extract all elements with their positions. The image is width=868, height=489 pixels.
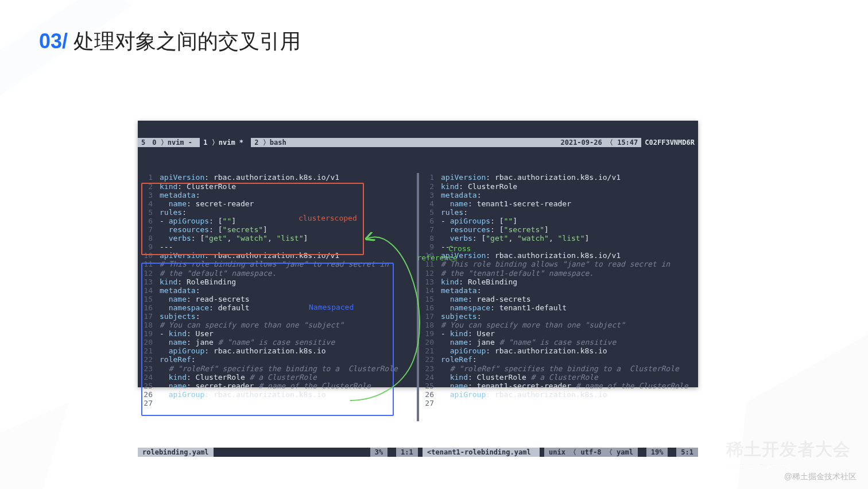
line-number: 21 — [138, 346, 153, 355]
line-number: 20 — [138, 338, 153, 346]
code-line: verbs: ["get", "watch", "list"] — [441, 234, 696, 242]
line-number: 8 — [419, 234, 434, 242]
line-number: 13 — [419, 278, 434, 286]
line-number: 26 — [138, 390, 153, 399]
code-line: metadata: — [160, 286, 414, 295]
code-line: - kind: User — [441, 329, 696, 338]
code-line: roleRef: — [160, 355, 414, 364]
code-line: name: tenant1-secret-reader # name of th… — [441, 382, 696, 390]
section-number: 03/ — [39, 29, 68, 53]
line-number: 19 — [419, 329, 434, 338]
line-number: 2 — [419, 182, 434, 191]
line-number: 17 — [138, 312, 153, 321]
status-left-file: rolebinding.yaml — [138, 448, 214, 457]
session-index: 5 — [138, 138, 149, 147]
line-number: 1 — [138, 173, 153, 182]
line-number: 15 — [138, 295, 153, 303]
code-line: apiVersion: rbac.authorization.k8s.io/v1 — [160, 251, 414, 260]
code-line: kind: ClusterRole — [441, 182, 696, 191]
status-right-file: <tenant1-rolebinding.yaml — [423, 448, 540, 457]
code-line: # This role binding allows "jane" to rea… — [441, 260, 696, 268]
line-number: 22 — [138, 355, 153, 364]
code-line: name: secret-reader # name of the Cluste… — [160, 382, 414, 390]
code-line: name: secret-reader — [160, 199, 414, 208]
line-number: 24 — [138, 373, 153, 382]
code-line: name: tenant1-secret-reader — [441, 199, 696, 208]
line-number: 26 — [419, 390, 434, 399]
code-line: # You can specify more than one "subject… — [441, 321, 696, 329]
code-line: verbs: ["get", "watch", "list"] — [160, 234, 414, 242]
code-line: kind: ClusterRole — [160, 182, 414, 191]
line-number: 1 — [419, 173, 434, 182]
code-line: namespace: tenant1-default — [441, 303, 696, 312]
line-number: 25 — [419, 382, 434, 390]
line-number: 20 — [419, 338, 434, 346]
code-line: name: jane # "name" is case sensitive — [441, 338, 696, 346]
line-number: 16 — [419, 303, 434, 312]
code-line: name: read-secrets — [441, 295, 696, 303]
line-number: 7 — [138, 225, 153, 234]
code-line: # "roleRef" specifies the binding to a C… — [441, 364, 696, 373]
code-line: kind: ClusterRole # a ClusterRole — [160, 373, 414, 382]
code-line: kind: ClusterRole # a ClusterRole — [441, 373, 696, 382]
line-number: 3 — [138, 191, 153, 199]
code-line: metadata: — [441, 286, 696, 295]
line-number: 27 — [138, 399, 153, 407]
line-number: 16 — [138, 303, 153, 312]
line-number: 11 — [419, 260, 434, 268]
line-number: 5 — [138, 208, 153, 217]
section-heading: 处理对象之间的交叉引用 — [73, 29, 301, 53]
pane-left: 1234567891011121314151617181920212223242… — [138, 173, 419, 421]
community-footer: @稀土掘金技术社区 — [784, 472, 857, 482]
line-number: 18 — [138, 321, 153, 329]
code-line: --- — [160, 242, 414, 251]
line-number: 9 — [419, 242, 434, 251]
code-line: - kind: User — [160, 329, 414, 338]
line-number: 7 — [419, 225, 434, 234]
code-line: # "roleRef" specifies the binding to a C… — [160, 364, 414, 373]
line-number: 14 — [138, 286, 153, 295]
code-line: apiVersion: rbac.authorization.k8s.io/v1 — [441, 173, 696, 182]
line-number: 11 — [138, 260, 153, 268]
tab-0: 0 〉nvim - — [149, 138, 200, 147]
code-line: metadata: — [441, 191, 696, 199]
line-number: 13 — [138, 278, 153, 286]
code-line: metadata: — [160, 191, 414, 199]
code-line — [441, 399, 696, 407]
line-number: 24 — [419, 373, 434, 382]
vim-statusbar: rolebinding.yaml 3% 1:1 <tenant1-rolebin… — [138, 448, 698, 457]
status-left-pct: 3% — [370, 448, 388, 457]
code-line: rules: — [160, 208, 414, 217]
line-number: 23 — [138, 364, 153, 373]
line-number: 18 — [419, 321, 434, 329]
hostname: C02FF3VNMD6R — [641, 138, 698, 147]
line-number: 22 — [419, 355, 434, 364]
code-line: # You can specify more than one "subject… — [160, 321, 414, 329]
line-number: 17 — [419, 312, 434, 321]
line-number: 2 — [138, 182, 153, 191]
status-right-pct: 19% — [646, 448, 668, 457]
slide-title: 03/ 处理对象之间的交叉引用 — [39, 28, 301, 56]
line-number: 10 — [138, 251, 153, 260]
tab-2: 2 〉bash — [251, 138, 289, 147]
code-line: # the "tenant1-default" namespace. — [441, 269, 696, 278]
code-line: --- — [441, 242, 696, 251]
conference-watermark: 稀土开发者大会 ……………… — [726, 438, 851, 466]
pane-right: 1234567891011121314151617181920212223242… — [419, 173, 698, 421]
code-line: apiGroup: rbac.authorization.k8s.io — [441, 346, 696, 355]
line-number: 9 — [138, 242, 153, 251]
terminal-screenshot: 5 0 〉nvim - 1 〉nvim * 2 〉bash 2021-09-26… — [138, 121, 698, 387]
line-number: 12 — [138, 269, 153, 278]
tab-1-active: 1 〉nvim * — [200, 138, 251, 147]
code-line: apiGroup: rbac.authorization.k8s.io — [160, 346, 414, 355]
status-right-pos: 5:1 — [676, 448, 698, 457]
line-number: 4 — [419, 199, 434, 208]
line-number: 8 — [138, 234, 153, 242]
line-number: 19 — [138, 329, 153, 338]
line-number: 3 — [419, 191, 434, 199]
code-line: namespace: default — [160, 303, 414, 312]
code-line: apiVersion: rbac.authorization.k8s.io/v1 — [160, 173, 414, 182]
slide: 03/ 处理对象之间的交叉引用 5 0 〉nvim - 1 〉nvim * 2 … — [0, 0, 868, 489]
code-line: kind: RoleBinding — [441, 278, 696, 286]
code-line: subjects: — [441, 312, 696, 321]
